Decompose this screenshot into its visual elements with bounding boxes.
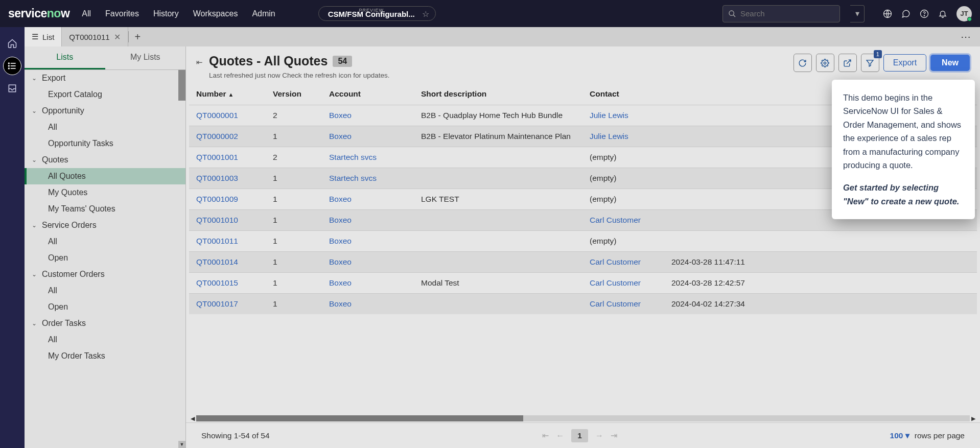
tree-item-opportunity[interactable]: ⌄Opportunity bbox=[25, 103, 185, 119]
bell-icon[interactable] bbox=[938, 9, 947, 18]
cell-account[interactable]: Boxeo bbox=[322, 252, 414, 273]
rail-home-icon[interactable] bbox=[3, 34, 21, 53]
cell-number[interactable]: QT0000002 bbox=[189, 126, 266, 147]
cell-account[interactable]: Boxeo bbox=[322, 126, 414, 147]
table-row[interactable]: QT00010151BoxeoModal TestCarl Customer20… bbox=[189, 273, 977, 294]
nav-history[interactable]: History bbox=[153, 9, 179, 18]
tree-item-my-teams-quotes[interactable]: My Teams' Quotes bbox=[25, 201, 185, 217]
tree-item-all[interactable]: All bbox=[25, 332, 185, 348]
cell-account[interactable]: Boxeo bbox=[322, 189, 414, 210]
new-button[interactable]: New bbox=[930, 55, 970, 71]
scroll-down-icon[interactable]: ▼ bbox=[178, 441, 185, 448]
star-icon[interactable]: ☆ bbox=[422, 9, 429, 18]
col-contact[interactable]: Contact bbox=[582, 83, 664, 105]
tree-item-export[interactable]: ⌄Export bbox=[25, 70, 185, 86]
pager-first-icon[interactable]: ⇤ bbox=[542, 431, 549, 440]
cell-number[interactable]: QT0001011 bbox=[189, 231, 266, 252]
cell-number[interactable]: QT0001014 bbox=[189, 252, 266, 273]
rail-list-icon[interactable] bbox=[3, 57, 21, 75]
collapse-sidebar-icon[interactable]: ⇤ bbox=[196, 58, 203, 67]
table-row[interactable]: QT00010111Boxeo(empty) bbox=[189, 231, 977, 252]
pager-next-icon[interactable]: → bbox=[595, 431, 603, 440]
cell-number[interactable]: QT0001003 bbox=[189, 168, 266, 189]
tab-record[interactable]: QT0001011 ✕ bbox=[62, 27, 128, 46]
rail-inbox-icon[interactable] bbox=[3, 79, 21, 98]
tree-item-my-order-tasks[interactable]: My Order Tasks bbox=[25, 348, 185, 364]
search-dropdown[interactable]: ▾ bbox=[850, 5, 865, 22]
tree-item-label: Customer Orders bbox=[42, 270, 105, 279]
svg-point-8 bbox=[9, 63, 10, 64]
table-horizontal-scrollbar[interactable]: ◀ ▶ bbox=[189, 414, 977, 422]
cell-contact[interactable]: Julie Lewis bbox=[582, 105, 664, 126]
cell-account[interactable]: Boxeo bbox=[322, 294, 414, 315]
tree-item-all[interactable]: All bbox=[25, 233, 185, 250]
tree-item-opportunity-tasks[interactable]: Opportunity Tasks bbox=[25, 135, 185, 152]
nav-favorites[interactable]: Favorites bbox=[105, 9, 139, 18]
cell-account[interactable]: Startech svcs bbox=[322, 168, 414, 189]
pager-last-icon[interactable]: ⇥ bbox=[611, 431, 617, 440]
hscroll-track[interactable] bbox=[196, 415, 970, 421]
avatar[interactable]: JT bbox=[956, 6, 972, 21]
nav-admin[interactable]: Admin bbox=[252, 9, 275, 18]
settings-button[interactable] bbox=[816, 54, 834, 72]
tab-add[interactable]: + bbox=[129, 27, 147, 46]
globe-icon[interactable] bbox=[883, 9, 892, 18]
tree-item-quotes[interactable]: ⌄Quotes bbox=[25, 152, 185, 168]
help-icon[interactable] bbox=[920, 9, 929, 18]
tree-item-export-catalog[interactable]: Export Catalog bbox=[25, 86, 185, 103]
cell-number[interactable]: QT0001001 bbox=[189, 147, 266, 168]
cell-contact[interactable]: Julie Lewis bbox=[582, 126, 664, 147]
tree-item-open[interactable]: Open bbox=[25, 299, 185, 315]
cell-number[interactable]: QT0000001 bbox=[189, 105, 266, 126]
col-short-description[interactable]: Short description bbox=[414, 83, 582, 105]
col-account[interactable]: Account bbox=[322, 83, 414, 105]
tree-item-all[interactable]: All bbox=[25, 282, 185, 299]
rows-per-page[interactable]: 100 ▾ rows per page bbox=[890, 431, 965, 440]
cell-contact[interactable]: Carl Customer bbox=[582, 252, 664, 273]
tree-item-open[interactable]: Open bbox=[25, 250, 185, 266]
cell-number[interactable]: QT0001015 bbox=[189, 273, 266, 294]
tree-item-all-quotes[interactable]: All Quotes bbox=[25, 168, 185, 184]
export-button[interactable]: Export bbox=[883, 54, 926, 72]
tree-item-all[interactable]: All bbox=[25, 119, 185, 135]
cell-account[interactable]: Boxeo bbox=[322, 105, 414, 126]
hscroll-left-icon[interactable]: ◀ bbox=[189, 415, 196, 422]
pager-prev-icon[interactable]: ← bbox=[556, 431, 564, 440]
side-scrollbar[interactable] bbox=[178, 70, 185, 101]
cell-contact[interactable]: Carl Customer bbox=[582, 273, 664, 294]
cell-account[interactable]: Boxeo bbox=[322, 231, 414, 252]
cell-contact[interactable]: Carl Customer bbox=[582, 294, 664, 315]
refresh-button[interactable] bbox=[794, 54, 812, 72]
cell-account[interactable]: Boxeo bbox=[322, 210, 414, 231]
close-icon[interactable]: ✕ bbox=[114, 32, 121, 42]
cell-account[interactable]: Boxeo bbox=[322, 273, 414, 294]
workspace-pill[interactable]: PREVIEW CSM/FSM Configurabl... ☆ bbox=[318, 6, 436, 21]
cell-number[interactable]: QT0001017 bbox=[189, 294, 266, 315]
hscroll-right-icon[interactable]: ▶ bbox=[970, 415, 977, 422]
tree-item-my-quotes[interactable]: My Quotes bbox=[25, 184, 185, 201]
chat-icon[interactable] bbox=[901, 9, 911, 18]
cell-account[interactable]: Startech svcs bbox=[322, 147, 414, 168]
tree-item-order-tasks[interactable]: ⌄Order Tasks bbox=[25, 315, 185, 332]
col-version[interactable]: Version bbox=[266, 83, 322, 105]
table-row[interactable]: QT00010141BoxeoCarl Customer2024-03-28 1… bbox=[189, 252, 977, 273]
filter-button[interactable]: 1 bbox=[861, 54, 879, 72]
open-external-button[interactable] bbox=[838, 54, 857, 72]
cell-contact[interactable]: Carl Customer bbox=[582, 210, 664, 231]
nav-all[interactable]: All bbox=[82, 9, 91, 18]
tab-overflow[interactable]: ⋯ bbox=[951, 27, 980, 46]
search-input[interactable] bbox=[740, 9, 837, 18]
cell-number[interactable]: QT0001009 bbox=[189, 189, 266, 210]
logo[interactable]: servicenow bbox=[8, 7, 69, 20]
side-tab-my-lists[interactable]: My Lists bbox=[105, 46, 186, 69]
search-box[interactable] bbox=[722, 5, 840, 22]
tree-item-service-orders[interactable]: ⌄Service Orders bbox=[25, 217, 185, 233]
tree-item-customer-orders[interactable]: ⌄Customer Orders bbox=[25, 266, 185, 282]
side-tab-lists[interactable]: Lists bbox=[25, 46, 105, 69]
col-number[interactable]: Number▲ bbox=[189, 83, 266, 105]
cell-number[interactable]: QT0001010 bbox=[189, 210, 266, 231]
table-row[interactable]: QT00010171BoxeoCarl Customer2024-04-02 1… bbox=[189, 294, 977, 315]
tab-list[interactable]: ☰ List bbox=[25, 27, 62, 46]
nav-workspaces[interactable]: Workspaces bbox=[193, 9, 238, 18]
hscroll-thumb[interactable] bbox=[196, 415, 523, 421]
